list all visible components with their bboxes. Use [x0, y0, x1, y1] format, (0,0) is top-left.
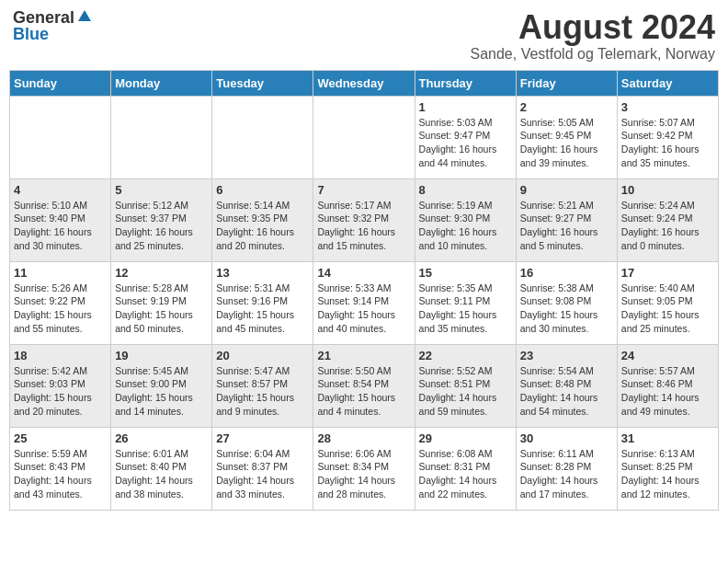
calendar-cell-4-1: 18Sunrise: 5:42 AMSunset: 9:03 PMDayligh… [10, 344, 111, 427]
weekday-header-tuesday: Tuesday [212, 70, 313, 96]
weekday-header-wednesday: Wednesday [313, 70, 415, 96]
calendar-cell-3-2: 12Sunrise: 5:28 AMSunset: 9:19 PMDayligh… [111, 261, 212, 344]
day-number: 4 [14, 183, 107, 197]
calendar-cell-1-5: 1Sunrise: 5:03 AMSunset: 9:47 PMDaylight… [415, 96, 516, 178]
day-number: 18 [14, 349, 107, 362]
calendar-cell-3-5: 15Sunrise: 5:35 AMSunset: 9:11 PMDayligh… [415, 261, 516, 344]
calendar-cell-2-2: 5Sunrise: 5:12 AMSunset: 9:37 PMDaylight… [111, 178, 212, 261]
calendar-cell-5-7: 31Sunrise: 6:13 AMSunset: 8:25 PMDayligh… [617, 427, 718, 510]
calendar-cell-1-4 [313, 96, 415, 178]
svg-marker-0 [78, 10, 91, 21]
day-number: 3 [621, 100, 714, 114]
day-info: Sunrise: 6:13 AMSunset: 8:25 PMDaylight:… [621, 447, 714, 501]
page-header: General Blue August 2024 Sande, Vestfold… [9, 9, 719, 63]
weekday-header-sunday: Sunday [10, 70, 111, 96]
calendar-week-1: 1Sunrise: 5:03 AMSunset: 9:47 PMDaylight… [10, 96, 719, 178]
day-number: 27 [216, 431, 309, 445]
day-info: Sunrise: 5:59 AMSunset: 8:43 PMDaylight:… [14, 447, 107, 501]
calendar-cell-1-7: 3Sunrise: 5:07 AMSunset: 9:42 PMDaylight… [617, 96, 718, 178]
day-info: Sunrise: 5:42 AMSunset: 9:03 PMDaylight:… [14, 364, 107, 419]
calendar-table: SundayMondayTuesdayWednesdayThursdayFrid… [9, 70, 719, 511]
day-info: Sunrise: 5:05 AMSunset: 9:45 PMDaylight:… [520, 116, 613, 170]
day-number: 23 [520, 349, 613, 362]
calendar-cell-5-2: 26Sunrise: 6:01 AMSunset: 8:40 PMDayligh… [111, 427, 212, 510]
day-number: 8 [419, 183, 512, 197]
day-number: 31 [621, 431, 714, 445]
day-number: 28 [317, 431, 410, 445]
day-info: Sunrise: 6:06 AMSunset: 8:34 PMDaylight:… [317, 447, 410, 501]
day-info: Sunrise: 6:08 AMSunset: 8:31 PMDaylight:… [419, 447, 512, 501]
day-number: 25 [14, 431, 107, 445]
day-number: 19 [115, 349, 208, 362]
calendar-cell-2-6: 9Sunrise: 5:21 AMSunset: 9:27 PMDaylight… [516, 178, 617, 261]
day-number: 11 [14, 266, 107, 280]
calendar-cell-2-4: 7Sunrise: 5:17 AMSunset: 9:32 PMDaylight… [313, 178, 415, 261]
calendar-cell-3-6: 16Sunrise: 5:38 AMSunset: 9:08 PMDayligh… [516, 261, 617, 344]
calendar-cell-1-2 [111, 96, 212, 178]
day-info: Sunrise: 5:07 AMSunset: 9:42 PMDaylight:… [621, 116, 714, 170]
day-number: 22 [419, 349, 512, 362]
calendar-cell-3-4: 14Sunrise: 5:33 AMSunset: 9:14 PMDayligh… [313, 261, 415, 344]
weekday-header-friday: Friday [516, 70, 617, 96]
calendar-cell-5-4: 28Sunrise: 6:06 AMSunset: 8:34 PMDayligh… [313, 427, 415, 510]
calendar-cell-2-5: 8Sunrise: 5:19 AMSunset: 9:30 PMDaylight… [415, 178, 516, 261]
calendar-cell-2-7: 10Sunrise: 5:24 AMSunset: 9:24 PMDayligh… [617, 178, 718, 261]
day-number: 26 [115, 431, 208, 445]
calendar-cell-3-7: 17Sunrise: 5:40 AMSunset: 9:05 PMDayligh… [617, 261, 718, 344]
day-info: Sunrise: 6:04 AMSunset: 8:37 PMDaylight:… [216, 447, 309, 501]
logo-blue-text: Blue [13, 26, 49, 42]
calendar-cell-4-4: 21Sunrise: 5:50 AMSunset: 8:54 PMDayligh… [313, 344, 415, 427]
logo-icon [76, 8, 93, 25]
location-subtitle: Sande, Vestfold og Telemark, Norway [470, 46, 715, 63]
day-info: Sunrise: 5:03 AMSunset: 9:47 PMDaylight:… [419, 116, 512, 170]
weekday-header-row: SundayMondayTuesdayWednesdayThursdayFrid… [10, 70, 719, 96]
calendar-cell-4-6: 23Sunrise: 5:54 AMSunset: 8:48 PMDayligh… [516, 344, 617, 427]
day-info: Sunrise: 5:52 AMSunset: 8:51 PMDaylight:… [419, 364, 512, 419]
calendar-cell-1-1 [10, 96, 111, 178]
day-number: 7 [317, 183, 410, 197]
day-info: Sunrise: 5:47 AMSunset: 8:57 PMDaylight:… [216, 364, 309, 419]
logo: General Blue [13, 9, 93, 42]
day-info: Sunrise: 5:28 AMSunset: 9:19 PMDaylight:… [115, 282, 208, 336]
day-number: 17 [621, 266, 714, 280]
day-info: Sunrise: 5:50 AMSunset: 8:54 PMDaylight:… [317, 364, 410, 419]
calendar-cell-2-3: 6Sunrise: 5:14 AMSunset: 9:35 PMDaylight… [212, 178, 313, 261]
day-number: 10 [621, 183, 714, 197]
day-info: Sunrise: 5:33 AMSunset: 9:14 PMDaylight:… [317, 282, 410, 336]
day-info: Sunrise: 5:21 AMSunset: 9:27 PMDaylight:… [520, 199, 613, 253]
day-info: Sunrise: 5:45 AMSunset: 9:00 PMDaylight:… [115, 364, 208, 419]
calendar-cell-5-6: 30Sunrise: 6:11 AMSunset: 8:28 PMDayligh… [516, 427, 617, 510]
day-info: Sunrise: 5:12 AMSunset: 9:37 PMDaylight:… [115, 199, 208, 253]
calendar-cell-5-3: 27Sunrise: 6:04 AMSunset: 8:37 PMDayligh… [212, 427, 313, 510]
weekday-header-saturday: Saturday [617, 70, 718, 96]
calendar-cell-4-3: 20Sunrise: 5:47 AMSunset: 8:57 PMDayligh… [212, 344, 313, 427]
day-info: Sunrise: 5:35 AMSunset: 9:11 PMDaylight:… [419, 282, 512, 336]
calendar-cell-1-6: 2Sunrise: 5:05 AMSunset: 9:45 PMDaylight… [516, 96, 617, 178]
calendar-cell-1-3 [212, 96, 313, 178]
title-section: August 2024 Sande, Vestfold og Telemark,… [470, 9, 715, 63]
calendar-week-5: 25Sunrise: 5:59 AMSunset: 8:43 PMDayligh… [10, 427, 719, 510]
calendar-cell-2-1: 4Sunrise: 5:10 AMSunset: 9:40 PMDaylight… [10, 178, 111, 261]
weekday-header-monday: Monday [111, 70, 212, 96]
calendar-cell-5-1: 25Sunrise: 5:59 AMSunset: 8:43 PMDayligh… [10, 427, 111, 510]
calendar-cell-4-7: 24Sunrise: 5:57 AMSunset: 8:46 PMDayligh… [617, 344, 718, 427]
day-number: 29 [419, 431, 512, 445]
day-number: 9 [520, 183, 613, 197]
day-info: Sunrise: 5:14 AMSunset: 9:35 PMDaylight:… [216, 199, 309, 253]
day-number: 2 [520, 100, 613, 114]
calendar-cell-5-5: 29Sunrise: 6:08 AMSunset: 8:31 PMDayligh… [415, 427, 516, 510]
day-info: Sunrise: 5:31 AMSunset: 9:16 PMDaylight:… [216, 282, 309, 336]
calendar-cell-4-2: 19Sunrise: 5:45 AMSunset: 9:00 PMDayligh… [111, 344, 212, 427]
day-number: 14 [317, 266, 410, 280]
calendar-cell-3-1: 11Sunrise: 5:26 AMSunset: 9:22 PMDayligh… [10, 261, 111, 344]
day-info: Sunrise: 6:01 AMSunset: 8:40 PMDaylight:… [115, 447, 208, 501]
calendar-week-3: 11Sunrise: 5:26 AMSunset: 9:22 PMDayligh… [10, 261, 719, 344]
day-number: 12 [115, 266, 208, 280]
day-number: 16 [520, 266, 613, 280]
day-info: Sunrise: 6:11 AMSunset: 8:28 PMDaylight:… [520, 447, 613, 501]
day-number: 24 [621, 349, 714, 362]
day-number: 1 [419, 100, 512, 114]
day-number: 21 [317, 349, 410, 362]
day-info: Sunrise: 5:57 AMSunset: 8:46 PMDaylight:… [621, 364, 714, 419]
calendar-cell-3-3: 13Sunrise: 5:31 AMSunset: 9:16 PMDayligh… [212, 261, 313, 344]
